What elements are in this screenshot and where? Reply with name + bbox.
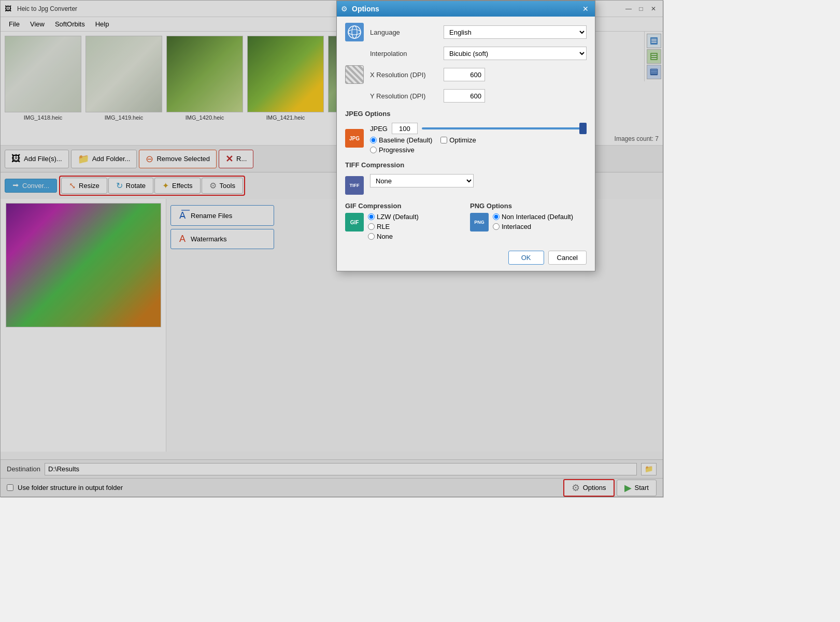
png-non-interlaced-label: Non Interlaced (Default) [502,213,573,221]
png-non-interlaced-radio[interactable]: Non Interlaced (Default) [493,213,573,221]
gif-section: GIF LZW (Default) RLE [345,213,462,240]
tiff-section: TIFF None LZW ZIP JPEG [345,174,587,195]
y-resolution-row: Y Resolution (DPI) [345,89,587,103]
jpeg-icon: JPG [345,129,364,148]
jpeg-section-header: JPEG Options [345,110,587,118]
y-resolution-label: Y Resolution (DPI) [370,92,437,100]
language-select[interactable]: English French German Spanish Russian [444,25,587,39]
jpeg-controls: JPEG Baseline (Default) [370,123,587,154]
y-resolution-input[interactable] [444,89,485,103]
language-label: Language [370,28,437,36]
gif-none-label: None [377,233,393,240]
jpeg-baseline-radio[interactable]: Baseline (Default) [370,136,432,144]
jpeg-radio-group: Baseline (Default) Optimize [370,136,587,144]
resolution-icon [345,65,364,84]
gif-rle-radio[interactable]: RLE [368,223,419,230]
x-resolution-row: X Resolution (DPI) [345,65,587,84]
png-radios: Non Interlaced (Default) Interlaced [493,213,573,230]
gif-icon: GIF [345,213,364,232]
jpeg-slider-row: JPEG [370,123,587,134]
jpeg-label: JPEG [370,125,388,133]
png-icon: PNG [470,213,489,232]
dialog-title-icon: ⚙ [341,5,348,13]
jpeg-optimize-label: Optimize [449,136,476,144]
jpeg-progressive-group: Progressive [370,146,587,154]
jpeg-progressive-radio[interactable]: Progressive [370,146,415,154]
language-icon [345,23,364,41]
png-section: PNG Non Interlaced (Default) Interlaced [470,213,587,232]
tiff-compression-select[interactable]: None LZW ZIP JPEG [370,174,474,187]
language-row: Language English French German Spanish R… [345,23,587,41]
dialog-buttons: OK Cancel [337,247,595,271]
gif-column: GIF Compression GIF LZW (Default) [345,200,462,240]
tiff-icon: TIFF [345,176,364,195]
options-dialog: ⚙ Options ✕ Language [336,1,595,271]
tiff-section-header: TIFF Compression [345,161,587,169]
gif-section-header: GIF Compression [345,202,462,210]
gif-none-radio[interactable]: None [368,233,419,240]
png-section-header: PNG Options [470,202,587,210]
jpeg-optimize-checkbox[interactable]: Optimize [440,136,476,144]
jpeg-progressive-label: Progressive [379,146,415,154]
ok-button[interactable]: OK [508,251,544,265]
dialog-body: Language English French German Spanish R… [337,17,595,247]
jpeg-section: JPG JPEG Baseline (Default) [345,123,587,154]
bottom-columns: GIF Compression GIF LZW (Default) [345,200,587,240]
dialog-overlay: ⚙ Options ✕ Language [1,1,664,498]
jpeg-baseline-label: Baseline (Default) [379,136,432,144]
gif-lzw-radio[interactable]: LZW (Default) [368,213,419,221]
png-column: PNG Options PNG Non Interlaced (Default) [470,200,587,240]
interpolation-select[interactable]: Bicubic (soft) Bicubic (sharp) Bilinear … [444,47,587,60]
x-resolution-input[interactable] [444,68,485,81]
png-interlaced-radio[interactable]: Interlaced [493,223,573,230]
jpeg-quality-input[interactable] [392,123,418,134]
png-interlaced-label: Interlaced [502,223,531,230]
interpolation-row: Interpolation Bicubic (soft) Bicubic (sh… [345,47,587,60]
gif-rle-label: RLE [377,223,390,230]
cancel-button[interactable]: Cancel [548,251,587,265]
tiff-controls: None LZW ZIP JPEG [370,174,587,187]
dialog-titlebar: ⚙ Options ✕ [337,1,595,17]
dialog-title-text: Options [352,5,576,13]
gif-radios: LZW (Default) RLE None [368,213,419,240]
gif-lzw-label: LZW (Default) [377,213,419,221]
main-window: 🖼 Heic to Jpg Converter — □ ✕ File View … [0,0,663,497]
jpeg-main-row: JPG JPEG Baseline (Default) [345,123,587,154]
jpeg-quality-slider[interactable] [422,127,587,129]
x-resolution-label: X Resolution (DPI) [370,71,437,79]
interpolation-label: Interpolation [370,50,437,57]
dialog-close-button[interactable]: ✕ [580,4,591,14]
